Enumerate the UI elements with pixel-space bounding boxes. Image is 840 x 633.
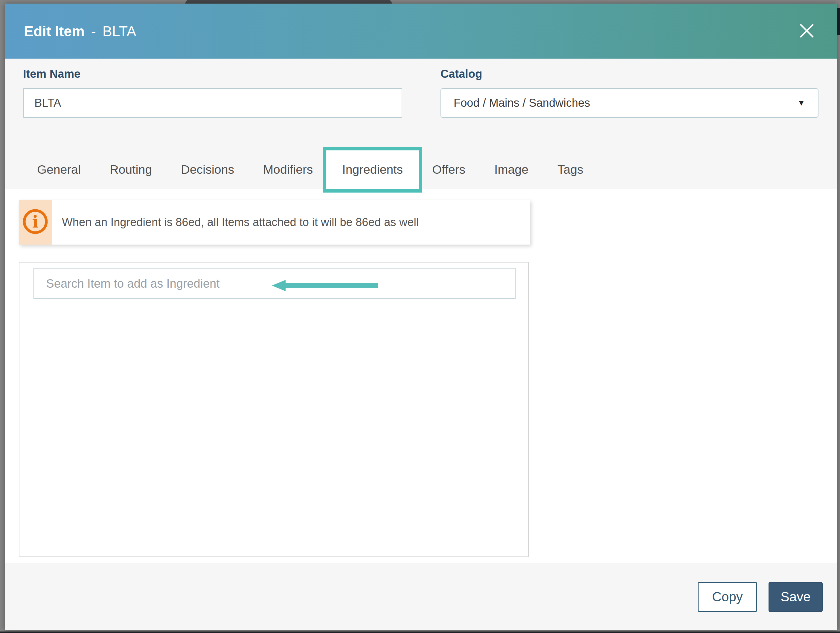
tab-tags[interactable]: Tags	[557, 163, 583, 177]
modal-title-separator: -	[91, 23, 96, 39]
close-icon	[798, 22, 815, 40]
modal-title: Edit Item - BLTA	[24, 23, 136, 39]
catalog-label: Catalog	[441, 67, 818, 81]
tab-routing[interactable]: Routing	[110, 163, 152, 177]
chevron-down-icon: ▼	[797, 98, 805, 107]
copy-button[interactable]: Copy	[698, 582, 757, 612]
active-tab-highlight: Ingredients	[323, 147, 422, 193]
modal-footer: Copy Save	[5, 563, 837, 630]
info-icon: i	[22, 208, 49, 237]
tab-general[interactable]: General	[37, 163, 81, 177]
tab-image[interactable]: Image	[494, 163, 528, 177]
background-window-tab	[185, 0, 392, 3]
close-button[interactable]	[796, 20, 818, 43]
catalog-select[interactable]: Food / Mains / Sandwiches ▼	[441, 88, 818, 118]
tab-offers[interactable]: Offers	[432, 163, 465, 177]
info-banner-text: When an Ingredient is 86ed, all Items at…	[52, 200, 425, 245]
modal-title-prefix: Edit Item	[24, 23, 85, 39]
info-banner-icon-strip: i	[19, 200, 52, 245]
item-name-input[interactable]	[23, 88, 402, 118]
tab-bar: General Routing Decisions Modifiers Ingr…	[5, 118, 837, 189]
svg-text:i: i	[32, 212, 38, 231]
modal-title-item-name: BLTA	[103, 23, 136, 39]
form-section: Item Name Catalog Food / Mains / Sandwic…	[5, 58, 837, 189]
tab-decisions[interactable]: Decisions	[181, 163, 234, 177]
tab-modifiers[interactable]: Modifiers	[263, 163, 313, 177]
edit-item-modal: Edit Item - BLTA Item Name Catalog Food …	[5, 3, 837, 630]
info-banner: i When an Ingredient is 86ed, all Items …	[19, 200, 530, 245]
item-name-field: Item Name	[23, 67, 402, 118]
background-taskbar-strip	[0, 631, 840, 633]
tab-ingredients[interactable]: Ingredients	[342, 163, 403, 177]
ingredient-list-panel	[19, 262, 529, 557]
catalog-field: Catalog Food / Mains / Sandwiches ▼	[441, 67, 818, 118]
catalog-selected-value: Food / Mains / Sandwiches	[454, 96, 590, 109]
background-window-fragment	[837, 8, 840, 35]
item-name-label: Item Name	[23, 67, 402, 81]
page-frame: { "header": { "title": "Edit Item", "sep…	[0, 0, 840, 633]
save-button[interactable]: Save	[769, 582, 823, 612]
ingredient-search-input[interactable]	[33, 268, 516, 299]
ingredients-tab-panel: i When an Ingredient is 86ed, all Items …	[5, 189, 837, 563]
modal-header: Edit Item - BLTA	[5, 3, 837, 58]
